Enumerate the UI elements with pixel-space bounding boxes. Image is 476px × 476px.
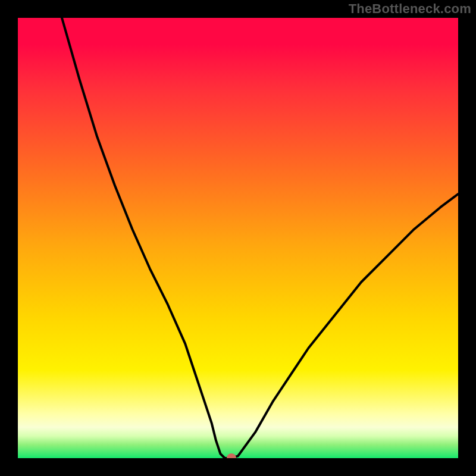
bottleneck-curve xyxy=(18,18,458,458)
curve-path xyxy=(62,18,458,458)
watermark-text: TheBottleneck.com xyxy=(349,1,471,17)
chart-frame: TheBottleneck.com xyxy=(0,0,476,476)
plot-area xyxy=(18,18,458,458)
